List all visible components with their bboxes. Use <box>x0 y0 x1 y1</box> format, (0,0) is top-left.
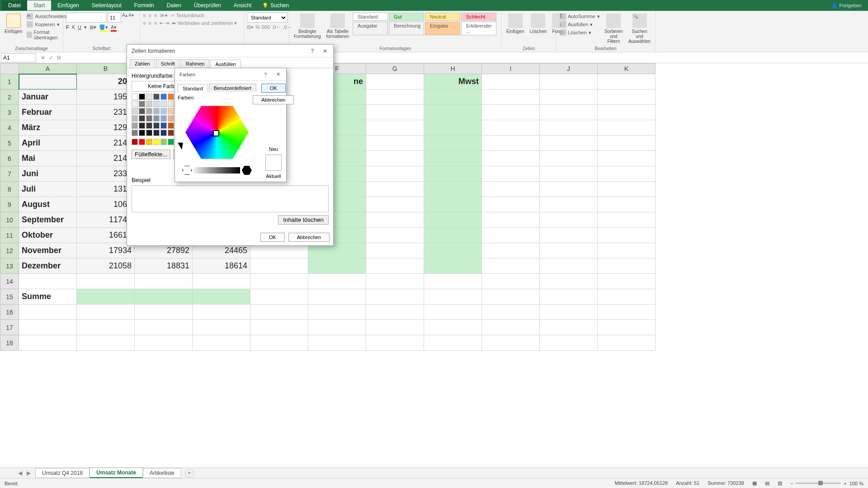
view-pagebreak-icon[interactable]: ▧ <box>778 480 782 486</box>
cell[interactable]: 17934 <box>77 243 135 258</box>
align-right[interactable]: ≡ <box>154 20 157 26</box>
cell-styles-gallery[interactable]: Standard Gut Neutral Schlecht Ausgabe Be… <box>353 13 496 35</box>
border-button[interactable]: ⊞▾ <box>90 24 96 32</box>
cell[interactable] <box>308 289 366 305</box>
cell[interactable]: September <box>19 212 77 228</box>
align-bot[interactable]: ≡ <box>154 13 157 19</box>
cell[interactable] <box>540 335 598 351</box>
cell[interactable] <box>598 166 656 182</box>
cell[interactable] <box>366 258 424 274</box>
cell[interactable] <box>19 335 77 351</box>
cell[interactable] <box>424 120 482 136</box>
clear-button[interactable]: ◇Löschen ▾ <box>559 29 601 36</box>
tab-review[interactable]: Überprüfen <box>188 0 227 10</box>
row-header[interactable]: 14 <box>0 274 19 289</box>
cell[interactable] <box>540 197 598 212</box>
cell[interactable] <box>424 182 482 197</box>
colors-tab-standard[interactable]: Standard <box>178 84 208 93</box>
help-icon[interactable]: ? <box>260 70 271 79</box>
cell[interactable] <box>598 212 656 228</box>
row-header[interactable]: 11 <box>0 228 19 243</box>
cell[interactable] <box>308 305 366 320</box>
row-header[interactable]: 5 <box>0 136 19 151</box>
cell[interactable] <box>598 182 656 197</box>
cell[interactable] <box>424 166 482 182</box>
font-color-button[interactable]: A▾ <box>111 24 117 32</box>
cell[interactable] <box>193 320 250 335</box>
cell[interactable] <box>193 335 250 351</box>
cell[interactable] <box>598 274 656 289</box>
cell[interactable] <box>366 289 424 305</box>
cell[interactable] <box>482 166 540 182</box>
cell[interactable] <box>366 320 424 335</box>
column-header[interactable]: G <box>366 63 424 74</box>
colors-ok-button[interactable]: OK <box>261 84 286 93</box>
cell[interactable] <box>540 166 598 182</box>
format-ok-button[interactable]: OK <box>260 233 285 242</box>
dialog-tab-zahlen[interactable]: Zahlen <box>130 59 155 68</box>
column-header[interactable]: I <box>482 63 540 74</box>
row-header[interactable]: 16 <box>0 305 19 320</box>
copy-button[interactable]: Kopieren ▾ <box>26 21 67 28</box>
cell[interactable] <box>135 305 193 320</box>
cell[interactable]: 18831 <box>135 258 193 274</box>
cell[interactable]: 1957 <box>77 89 135 105</box>
cell[interactable] <box>366 274 424 289</box>
align-center[interactable]: ≡ <box>148 20 151 26</box>
cell[interactable]: Dezember <box>19 258 77 274</box>
cell[interactable] <box>482 258 540 274</box>
cell[interactable] <box>366 120 424 136</box>
cell[interactable] <box>540 151 598 166</box>
cell[interactable] <box>540 228 598 243</box>
cell[interactable] <box>598 228 656 243</box>
enter-formula-icon[interactable]: ✓ <box>49 55 53 61</box>
cell[interactable] <box>366 105 424 120</box>
fx-icon[interactable]: fx <box>57 55 61 61</box>
cell[interactable] <box>598 89 656 105</box>
font-size-input[interactable] <box>108 13 121 23</box>
cell[interactable]: August <box>19 197 77 212</box>
row-header[interactable]: 12 <box>0 243 19 258</box>
cell[interactable] <box>424 243 482 258</box>
find-select-button[interactable]: 🔍Suchen und Auswählen <box>627 13 652 45</box>
cell[interactable]: 2145 <box>77 136 135 151</box>
clear-contents-button[interactable]: Inhalte löschen <box>278 215 329 225</box>
insert-cells-button[interactable]: Einfügen <box>505 13 526 35</box>
cell[interactable] <box>540 274 598 289</box>
cell[interactable] <box>77 305 135 320</box>
cell[interactable]: März <box>19 120 77 136</box>
cell[interactable] <box>598 335 656 351</box>
share-button[interactable]: 👤 Freigeben <box>831 3 868 9</box>
cell[interactable]: Juli <box>19 182 77 197</box>
cell[interactable] <box>482 182 540 197</box>
cell[interactable]: Juni <box>19 166 77 182</box>
row-header[interactable]: 2 <box>0 89 19 105</box>
cell[interactable] <box>598 320 656 335</box>
cell[interactable] <box>598 120 656 136</box>
autosum-button[interactable]: ΣAutoSumme ▾ <box>559 13 601 20</box>
cell[interactable]: 2333 <box>77 166 135 182</box>
cell[interactable] <box>424 197 482 212</box>
cell[interactable] <box>366 74 424 89</box>
dialog-tab-rahmen[interactable]: Rahmen <box>181 59 210 68</box>
cell[interactable] <box>366 305 424 320</box>
cell[interactable] <box>308 274 366 289</box>
fill-color-button[interactable]: 🪣▾ <box>99 24 108 32</box>
dialog-tab-ausfuellen[interactable]: Ausfüllen <box>210 60 241 68</box>
number-format-select[interactable]: Standard <box>247 13 288 23</box>
cell[interactable] <box>308 320 366 335</box>
column-header[interactable]: J <box>540 63 598 74</box>
cell[interactable] <box>366 166 424 182</box>
cell[interactable] <box>193 274 250 289</box>
fill-effects-button[interactable]: Fülleffekte... <box>132 150 170 159</box>
fill-button[interactable]: ↓Ausfüllen ▾ <box>559 21 601 28</box>
add-sheet-button[interactable]: + <box>185 469 194 478</box>
cell[interactable] <box>598 151 656 166</box>
cell[interactable] <box>308 258 366 274</box>
cell[interactable] <box>424 212 482 228</box>
view-layout-icon[interactable]: ▤ <box>765 480 769 486</box>
cell[interactable] <box>424 105 482 120</box>
cell[interactable] <box>424 305 482 320</box>
cell[interactable]: 16611 <box>77 228 135 243</box>
cell[interactable]: 1069 <box>77 197 135 212</box>
